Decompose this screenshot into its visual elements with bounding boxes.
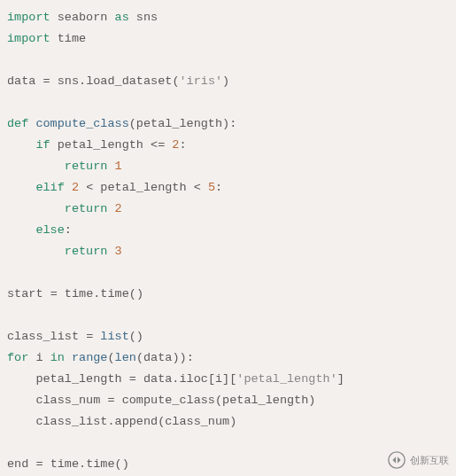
code-line: elif 2 < petal_length < 5: (7, 181, 222, 194)
code-line: return 2 (7, 202, 122, 215)
code-line: data = sns.load_dataset('iris') (7, 74, 229, 88)
code-line: petal_length = data.iloc[i]['petal_lengt… (7, 372, 344, 386)
code-line: return 1 (7, 160, 122, 173)
code-block: import seaborn as sns import time data =… (0, 0, 456, 476)
code-line: import seaborn as sns (7, 11, 158, 24)
code-line: else: (7, 223, 72, 237)
watermark-text: 创新互联 (410, 449, 449, 471)
svg-point-0 (389, 452, 405, 468)
code-line: import time (7, 32, 86, 45)
code-line: def compute_class(petal_length): (7, 117, 236, 130)
code-line: if petal_length <= 2: (7, 138, 187, 152)
code-line: start = time.time() (7, 287, 143, 300)
code-line: end = time.time() (7, 457, 129, 471)
code-line: class_list.append(class_num) (7, 415, 236, 428)
code-line: return 3 (7, 245, 122, 258)
code-line: for i in range(len(data)): (7, 351, 194, 364)
watermark: 创新互联 (383, 448, 452, 472)
watermark-logo-icon (387, 450, 406, 470)
code-line: class_list = list() (7, 330, 143, 343)
code-line: class_num = compute_class(petal_length) (7, 394, 315, 407)
